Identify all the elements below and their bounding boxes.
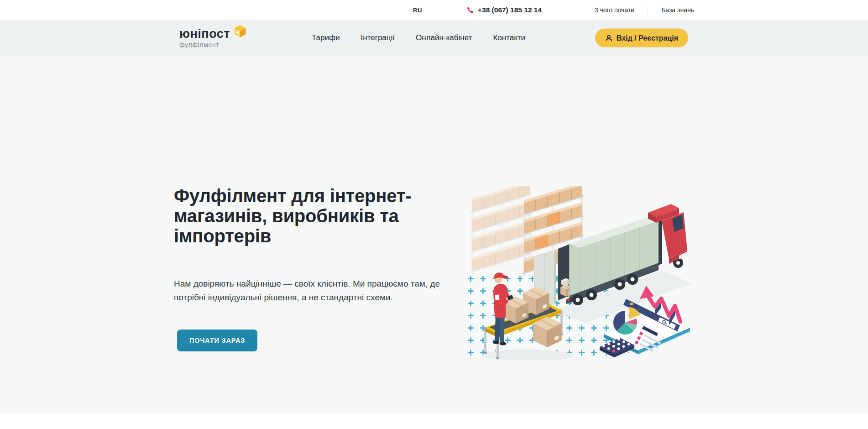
- phone-link[interactable]: +38 (067) 185 12 14: [466, 6, 542, 14]
- login-register-label: Вхід / Реєстрація: [617, 34, 678, 42]
- main-nav: Тарифи Інтеграції Онлайн-кабінет Контакт…: [312, 20, 525, 56]
- hero-illustration: [465, 186, 693, 360]
- main-header: юніпост фулфілмент Тарифи Інтеграції Онл…: [0, 20, 868, 56]
- bottom-strip: [0, 414, 868, 429]
- phone-number: +38 (067) 185 12 14: [478, 6, 542, 14]
- nav-online-cabinet[interactable]: Онлайн-кабінет: [416, 33, 472, 42]
- topbar-links: З чого почати База знань: [594, 6, 694, 14]
- topbar-link-getting-started[interactable]: З чого почати: [594, 6, 634, 14]
- hero-description: Нам довіряють найцінніше — своїх клієнті…: [174, 277, 451, 304]
- start-now-button[interactable]: ПОЧАТИ ЗАРАЗ: [177, 330, 257, 351]
- cube-paper-plane-icon: [233, 25, 247, 38]
- nav-tariffs[interactable]: Тарифи: [312, 33, 340, 42]
- topbar-divider: [648, 6, 648, 14]
- topbar: RU +38 (067) 185 12 14 З чого почати Баз…: [0, 0, 868, 20]
- warehouse-rack-back: [471, 186, 532, 274]
- nav-contacts[interactable]: Контакти: [493, 33, 525, 42]
- nav-integrations[interactable]: Інтеграції: [361, 33, 395, 42]
- logo-subtitle: фулфілмент: [179, 41, 247, 48]
- hero-title: Фулфілмент для інтернет- магазинів, виро…: [174, 186, 429, 246]
- user-icon: [605, 34, 612, 42]
- phone-icon: [466, 6, 473, 14]
- logo[interactable]: юніпост фулфілмент: [179, 28, 247, 48]
- topbar-link-knowledge-base[interactable]: База знань: [661, 6, 694, 14]
- hero-section: Фулфілмент для інтернет- магазинів, виро…: [0, 56, 868, 414]
- login-register-button[interactable]: Вхід / Реєстрація: [595, 29, 688, 47]
- language-selector[interactable]: RU: [413, 6, 422, 13]
- logo-title: юніпост: [179, 28, 230, 40]
